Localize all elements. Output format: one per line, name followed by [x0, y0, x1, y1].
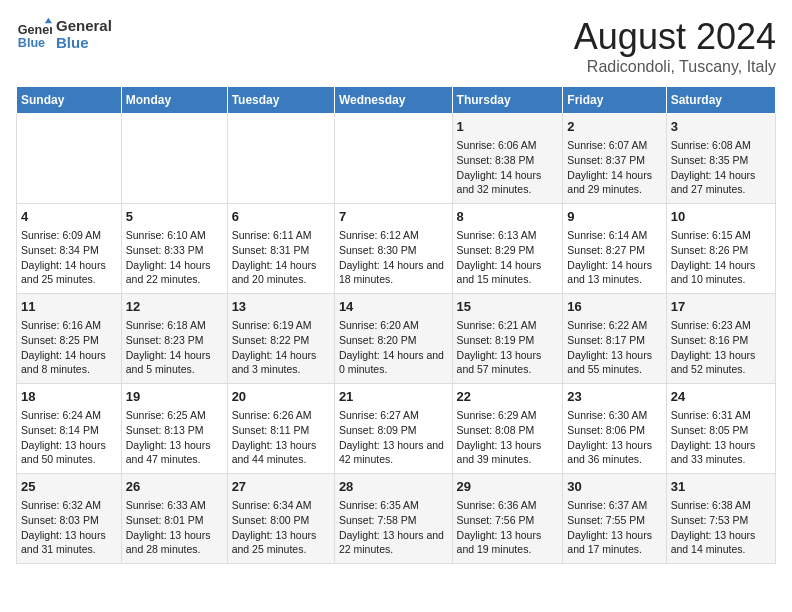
header-sunday: Sunday [17, 87, 122, 114]
calendar-cell: 11Sunrise: 6:16 AMSunset: 8:25 PMDayligh… [17, 294, 122, 384]
day-number: 4 [21, 208, 117, 226]
cell-info: Sunset: 8:38 PM [457, 153, 559, 168]
calendar-cell [17, 114, 122, 204]
cell-info: Daylight: 14 hours and 27 minutes. [671, 168, 771, 197]
day-number: 26 [126, 478, 223, 496]
cell-info: Daylight: 13 hours and 42 minutes. [339, 438, 448, 467]
header-wednesday: Wednesday [334, 87, 452, 114]
cell-info: Sunrise: 6:25 AM [126, 408, 223, 423]
cell-info: Sunset: 8:27 PM [567, 243, 661, 258]
cell-info: Daylight: 14 hours and 18 minutes. [339, 258, 448, 287]
calendar-cell: 13Sunrise: 6:19 AMSunset: 8:22 PMDayligh… [227, 294, 334, 384]
cell-info: Sunset: 8:17 PM [567, 333, 661, 348]
day-number: 31 [671, 478, 771, 496]
cell-info: Sunset: 8:37 PM [567, 153, 661, 168]
calendar-cell: 23Sunrise: 6:30 AMSunset: 8:06 PMDayligh… [563, 384, 666, 474]
cell-info: Daylight: 13 hours and 39 minutes. [457, 438, 559, 467]
cell-info: Daylight: 13 hours and 31 minutes. [21, 528, 117, 557]
cell-info: Sunrise: 6:24 AM [21, 408, 117, 423]
calendar-cell: 28Sunrise: 6:35 AMSunset: 7:58 PMDayligh… [334, 474, 452, 564]
calendar-cell: 20Sunrise: 6:26 AMSunset: 8:11 PMDayligh… [227, 384, 334, 474]
cell-info: Sunrise: 6:15 AM [671, 228, 771, 243]
day-number: 29 [457, 478, 559, 496]
cell-info: Sunset: 8:03 PM [21, 513, 117, 528]
cell-info: Daylight: 13 hours and 28 minutes. [126, 528, 223, 557]
cell-info: Sunrise: 6:36 AM [457, 498, 559, 513]
cell-info: Sunrise: 6:13 AM [457, 228, 559, 243]
calendar-cell: 30Sunrise: 6:37 AMSunset: 7:55 PMDayligh… [563, 474, 666, 564]
cell-info: Sunset: 7:53 PM [671, 513, 771, 528]
cell-info: Daylight: 13 hours and 14 minutes. [671, 528, 771, 557]
day-number: 16 [567, 298, 661, 316]
calendar-cell: 22Sunrise: 6:29 AMSunset: 8:08 PMDayligh… [452, 384, 563, 474]
day-number: 11 [21, 298, 117, 316]
cell-info: Daylight: 14 hours and 13 minutes. [567, 258, 661, 287]
cell-info: Daylight: 14 hours and 32 minutes. [457, 168, 559, 197]
cell-info: Sunset: 8:26 PM [671, 243, 771, 258]
cell-info: Sunset: 8:00 PM [232, 513, 330, 528]
calendar-cell: 7Sunrise: 6:12 AMSunset: 8:30 PMDaylight… [334, 204, 452, 294]
cell-info: Sunset: 7:58 PM [339, 513, 448, 528]
header-thursday: Thursday [452, 87, 563, 114]
cell-info: Sunset: 8:08 PM [457, 423, 559, 438]
cell-info: Sunset: 8:01 PM [126, 513, 223, 528]
day-number: 3 [671, 118, 771, 136]
calendar-table: SundayMondayTuesdayWednesdayThursdayFrid… [16, 86, 776, 564]
cell-info: Sunset: 8:31 PM [232, 243, 330, 258]
calendar-week-row: 18Sunrise: 6:24 AMSunset: 8:14 PMDayligh… [17, 384, 776, 474]
cell-info: Sunrise: 6:35 AM [339, 498, 448, 513]
calendar-cell [227, 114, 334, 204]
calendar-cell: 19Sunrise: 6:25 AMSunset: 8:13 PMDayligh… [121, 384, 227, 474]
calendar-cell: 1Sunrise: 6:06 AMSunset: 8:38 PMDaylight… [452, 114, 563, 204]
cell-info: Daylight: 14 hours and 10 minutes. [671, 258, 771, 287]
day-number: 28 [339, 478, 448, 496]
calendar-cell: 8Sunrise: 6:13 AMSunset: 8:29 PMDaylight… [452, 204, 563, 294]
cell-info: Sunset: 8:34 PM [21, 243, 117, 258]
cell-info: Sunset: 8:20 PM [339, 333, 448, 348]
cell-info: Sunset: 8:25 PM [21, 333, 117, 348]
cell-info: Daylight: 13 hours and 44 minutes. [232, 438, 330, 467]
calendar-cell [121, 114, 227, 204]
cell-info: Sunset: 8:13 PM [126, 423, 223, 438]
cell-info: Sunrise: 6:10 AM [126, 228, 223, 243]
day-number: 15 [457, 298, 559, 316]
cell-info: Sunset: 8:05 PM [671, 423, 771, 438]
calendar-cell: 12Sunrise: 6:18 AMSunset: 8:23 PMDayligh… [121, 294, 227, 384]
cell-info: Daylight: 13 hours and 57 minutes. [457, 348, 559, 377]
page-subtitle: Radicondoli, Tuscany, Italy [574, 58, 776, 76]
cell-info: Daylight: 13 hours and 17 minutes. [567, 528, 661, 557]
calendar-cell: 24Sunrise: 6:31 AMSunset: 8:05 PMDayligh… [666, 384, 775, 474]
cell-info: Sunrise: 6:33 AM [126, 498, 223, 513]
cell-info: Daylight: 13 hours and 19 minutes. [457, 528, 559, 557]
day-number: 18 [21, 388, 117, 406]
cell-info: Sunrise: 6:26 AM [232, 408, 330, 423]
cell-info: Daylight: 13 hours and 33 minutes. [671, 438, 771, 467]
calendar-cell: 9Sunrise: 6:14 AMSunset: 8:27 PMDaylight… [563, 204, 666, 294]
calendar-cell: 31Sunrise: 6:38 AMSunset: 7:53 PMDayligh… [666, 474, 775, 564]
cell-info: Daylight: 14 hours and 0 minutes. [339, 348, 448, 377]
cell-info: Sunrise: 6:30 AM [567, 408, 661, 423]
cell-info: Sunset: 7:55 PM [567, 513, 661, 528]
cell-info: Sunrise: 6:18 AM [126, 318, 223, 333]
calendar-cell: 3Sunrise: 6:08 AMSunset: 8:35 PMDaylight… [666, 114, 775, 204]
cell-info: Sunset: 8:33 PM [126, 243, 223, 258]
day-number: 22 [457, 388, 559, 406]
cell-info: Daylight: 13 hours and 47 minutes. [126, 438, 223, 467]
cell-info: Daylight: 14 hours and 22 minutes. [126, 258, 223, 287]
day-number: 2 [567, 118, 661, 136]
cell-info: Sunrise: 6:08 AM [671, 138, 771, 153]
calendar-cell: 2Sunrise: 6:07 AMSunset: 8:37 PMDaylight… [563, 114, 666, 204]
svg-marker-2 [45, 18, 52, 23]
calendar-week-row: 4Sunrise: 6:09 AMSunset: 8:34 PMDaylight… [17, 204, 776, 294]
logo: General Blue General Blue [16, 16, 112, 52]
cell-info: Sunrise: 6:16 AM [21, 318, 117, 333]
header-saturday: Saturday [666, 87, 775, 114]
day-number: 12 [126, 298, 223, 316]
calendar-cell: 6Sunrise: 6:11 AMSunset: 8:31 PMDaylight… [227, 204, 334, 294]
cell-info: Sunset: 8:30 PM [339, 243, 448, 258]
svg-text:Blue: Blue [18, 36, 45, 50]
cell-info: Sunrise: 6:12 AM [339, 228, 448, 243]
calendar-cell: 14Sunrise: 6:20 AMSunset: 8:20 PMDayligh… [334, 294, 452, 384]
cell-info: Daylight: 14 hours and 20 minutes. [232, 258, 330, 287]
day-number: 10 [671, 208, 771, 226]
